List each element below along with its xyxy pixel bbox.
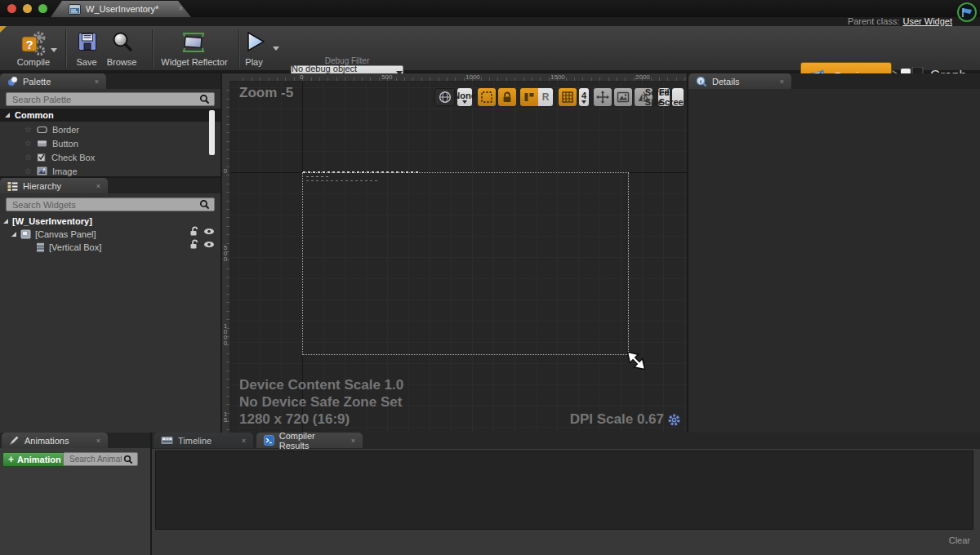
tab-details[interactable]: i Details ×	[688, 73, 791, 89]
tab-close-icon[interactable]: ×	[95, 78, 99, 86]
mac-minimize-button[interactable]	[23, 4, 32, 13]
show-outlines-toggle[interactable]	[478, 88, 496, 106]
widget-mark	[306, 180, 378, 181]
fill-screen-dropdown[interactable]: Fill Screen	[672, 88, 684, 106]
globe-icon	[439, 91, 452, 104]
tab-compiler-results[interactable]: Compiler Results ×	[256, 433, 363, 448]
hierarchy-row-vertical-box[interactable]: [Vertical Box]	[36, 241, 101, 253]
expanded-triangle-icon[interactable]	[11, 232, 16, 237]
clear-log-button[interactable]: Clear	[949, 535, 970, 545]
dashed-outline-icon	[480, 91, 493, 104]
blueprint-class-badge-icon[interactable]	[956, 2, 978, 23]
palette-item-border[interactable]: ☆ Border	[24, 123, 79, 135]
tab-close-icon[interactable]: ×	[96, 437, 100, 445]
hierarchy-root-row[interactable]: [W_UserInventory]	[3, 215, 92, 227]
layout-mode-icon[interactable]	[520, 88, 538, 106]
compiler-results-icon	[264, 435, 274, 446]
favorite-star-icon[interactable]: ☆	[24, 166, 32, 175]
widget-blueprint-editor: W_UserInventory* × Parent class:User Wid…	[0, 0, 980, 555]
play-button[interactable]: Play	[235, 57, 273, 67]
lock-icon	[501, 91, 514, 104]
palette-section-common[interactable]: Common	[0, 109, 220, 122]
compile-options-caret-icon[interactable]	[51, 48, 57, 52]
grid-snap-size-dropdown[interactable]: 4	[579, 88, 589, 106]
dpi-settings-gear-icon[interactable]	[667, 413, 681, 427]
toolbar-divider	[152, 29, 154, 67]
animation-search-input[interactable]	[68, 454, 123, 464]
favorite-star-icon[interactable]: ☆	[24, 153, 32, 162]
flag-dropdown[interactable]: None	[457, 88, 472, 106]
mac-close-button[interactable]	[7, 4, 16, 13]
respect-locks-split-button[interactable]: R	[520, 88, 553, 106]
palette-scrollbar[interactable]	[209, 110, 215, 155]
unlocked-icon[interactable]	[189, 239, 199, 250]
ruler-mark: 1500	[550, 73, 565, 81]
unlocked-icon[interactable]	[189, 226, 199, 237]
visibility-eye-icon[interactable]	[203, 240, 215, 249]
favorite-star-icon[interactable]: ☆	[24, 139, 32, 148]
palette-item-image[interactable]: ☆ Image	[24, 165, 78, 177]
mac-zoom-button[interactable]	[38, 4, 47, 13]
tab-palette[interactable]: Palette ×	[0, 73, 106, 89]
localization-preview-button[interactable]	[434, 88, 455, 106]
play-options-caret-icon[interactable]	[273, 47, 279, 51]
tab-close-icon[interactable]: ×	[242, 437, 246, 445]
designer-canvas[interactable]: Zoom -5 None	[230, 82, 687, 433]
palette-search[interactable]	[6, 92, 215, 106]
parent-class-link[interactable]: User Widget	[902, 16, 952, 26]
horizontal-ruler: 0 500 1000 1500 2000	[230, 73, 687, 82]
ruler-mark: 500	[222, 245, 229, 262]
preview-background-button[interactable]	[614, 88, 632, 106]
hierarchy-search[interactable]	[6, 198, 215, 211]
tab-close-icon[interactable]: ×	[780, 78, 784, 86]
palette-item-button[interactable]: ☆ Button	[24, 137, 78, 149]
tab-close-icon[interactable]: ×	[351, 437, 355, 445]
hierarchy-search-input[interactable]	[11, 199, 199, 211]
widget-reflector-button[interactable]: Widget Reflector	[157, 57, 232, 67]
timeline-icon	[161, 436, 173, 445]
resize-cursor-icon	[627, 352, 645, 370]
play-icon[interactable]	[243, 30, 266, 53]
expanded-triangle-icon[interactable]	[3, 219, 8, 224]
ruler-corner	[222, 73, 230, 82]
compiler-results-log[interactable]	[155, 451, 973, 530]
tab-close-icon[interactable]: ×	[178, 5, 183, 13]
design-area-outline[interactable]	[302, 172, 629, 355]
details-panel: i Details ×	[688, 73, 980, 433]
tab-animations[interactable]: Animations ×	[2, 433, 108, 448]
parent-class: Parent class:User Widget	[848, 16, 952, 26]
tab-timeline[interactable]: Timeline ×	[154, 433, 253, 448]
ruler-mark: 2000	[635, 73, 650, 81]
palette-search-input[interactable]	[11, 94, 199, 105]
dock-corner-marker	[0, 26, 7, 33]
widget-reflector-icon[interactable]	[180, 33, 207, 52]
hierarchy-panel: Hierarchy × [W_UserInventory] [Canvas Pa…	[0, 178, 220, 433]
palette-item-checkbox[interactable]: ☆ Check Box	[24, 151, 95, 163]
visibility-eye-icon[interactable]	[203, 227, 215, 236]
ruler-mark: 15	[222, 411, 229, 423]
hierarchy-icon	[7, 181, 18, 191]
transform-mode-button[interactable]	[594, 88, 612, 106]
animation-search[interactable]	[63, 452, 138, 466]
selected-widget-outline[interactable]	[303, 171, 419, 173]
add-animation-button[interactable]: + Animation	[2, 452, 67, 467]
grid-snapping-toggle[interactable]	[559, 88, 577, 106]
save-icon[interactable]	[77, 31, 98, 52]
compile-icon[interactable]: ?	[20, 30, 46, 56]
browse-button[interactable]: Browse	[101, 57, 142, 67]
expanded-triangle-icon	[5, 113, 10, 118]
hierarchy-row-canvas-panel[interactable]: [Canvas Panel]	[11, 228, 96, 240]
asset-tab[interactable]: W_UserInventory* ×	[51, 1, 191, 17]
browse-icon[interactable]	[111, 31, 132, 52]
favorite-star-icon[interactable]: ☆	[24, 125, 32, 134]
search-icon	[123, 455, 133, 464]
ruler-mark: 1000	[222, 323, 229, 346]
canvas-panel-icon	[20, 229, 31, 239]
vertical-ruler: 0 500 1000 15	[222, 82, 230, 433]
compile-button[interactable]: Compile	[10, 57, 57, 67]
lock-widgets-toggle[interactable]	[498, 88, 516, 106]
layout-icon	[523, 91, 535, 103]
respect-locks-toggle[interactable]: R	[538, 88, 553, 106]
tab-hierarchy[interactable]: Hierarchy ×	[0, 178, 108, 193]
tab-close-icon[interactable]: ×	[96, 182, 100, 190]
